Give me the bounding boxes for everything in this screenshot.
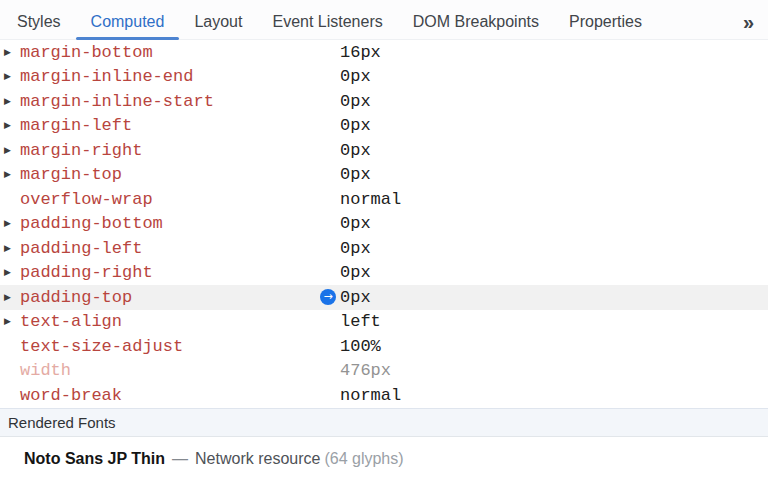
property-name: padding-left: [20, 239, 142, 258]
expand-arrow-icon[interactable]: ▶: [0, 170, 20, 179]
property-name: margin-inline-end: [20, 67, 193, 86]
rendered-font-item: Noto Sans JP Thin—Network resource(64 gl…: [0, 437, 768, 468]
property-value: 0px: [340, 288, 371, 307]
property-value: 0px: [340, 263, 371, 282]
property-value: 100%: [340, 337, 381, 356]
computed-property-row[interactable]: ▶margin-inline-end0px: [0, 65, 768, 90]
rendered-fonts-header-label: Rendered Fonts: [8, 414, 116, 431]
property-value: normal: [340, 190, 401, 209]
goto-source-icon[interactable]: →: [320, 289, 336, 305]
rendered-fonts-header: Rendered Fonts: [0, 408, 768, 437]
tab-properties[interactable]: Properties: [554, 4, 657, 39]
expand-arrow-icon[interactable]: ▶: [0, 146, 20, 155]
property-name: margin-left: [20, 116, 132, 135]
property-value: 0px: [340, 116, 371, 135]
property-name: width: [20, 361, 71, 380]
property-value: 0px: [340, 141, 371, 160]
property-value: left: [340, 312, 381, 331]
computed-property-row[interactable]: ▶margin-right0px: [0, 138, 768, 163]
computed-property-row[interactable]: width476px: [0, 359, 768, 384]
property-value: 16px: [340, 43, 381, 62]
property-name: overflow-wrap: [20, 190, 153, 209]
property-name: word-break: [20, 386, 122, 405]
property-name: padding-top: [20, 288, 132, 307]
more-tabs-icon[interactable]: »: [743, 12, 760, 32]
separator-dash: —: [172, 450, 188, 467]
tab-list: StylesComputedLayoutEvent ListenersDOM B…: [2, 4, 657, 39]
tab-event-listeners[interactable]: Event Listeners: [257, 4, 397, 39]
property-name: margin-right: [20, 141, 142, 160]
property-name: text-align: [20, 312, 122, 331]
computed-property-row[interactable]: ▶padding-left0px: [0, 236, 768, 261]
property-name: padding-right: [20, 263, 153, 282]
property-name: margin-top: [20, 165, 122, 184]
expand-arrow-icon[interactable]: ▶: [0, 219, 20, 228]
property-value: 0px: [340, 165, 371, 184]
property-name: margin-inline-start: [20, 92, 214, 111]
property-name: text-size-adjust: [20, 337, 183, 356]
expand-arrow-icon[interactable]: ▶: [0, 268, 20, 277]
expand-arrow-icon[interactable]: ▶: [0, 48, 20, 57]
computed-property-row[interactable]: ▶padding-right0px: [0, 261, 768, 286]
expand-arrow-icon[interactable]: ▶: [0, 293, 20, 302]
font-name: Noto Sans JP Thin: [24, 450, 165, 467]
computed-property-row[interactable]: ▶padding-top→0px: [0, 285, 768, 310]
computed-properties-list: ▶margin-bottom16px▶margin-inline-end0px▶…: [0, 40, 768, 408]
expand-arrow-icon[interactable]: ▶: [0, 97, 20, 106]
property-name: padding-bottom: [20, 214, 163, 233]
computed-property-row[interactable]: word-breaknormal: [0, 383, 768, 408]
tab-styles[interactable]: Styles: [2, 4, 76, 39]
expand-arrow-icon[interactable]: ▶: [0, 244, 20, 253]
expand-arrow-icon[interactable]: ▶: [0, 121, 20, 130]
computed-property-row[interactable]: ▶margin-bottom16px: [0, 40, 768, 65]
font-glyph-count: (64 glyphs): [324, 450, 403, 467]
property-value: 476px: [340, 361, 391, 380]
property-value: 0px: [340, 239, 371, 258]
property-value: 0px: [340, 67, 371, 86]
property-value: 0px: [340, 92, 371, 111]
tab-computed[interactable]: Computed: [76, 4, 180, 39]
computed-property-row[interactable]: ▶margin-inline-start0px: [0, 89, 768, 114]
computed-property-row[interactable]: text-size-adjust100%: [0, 334, 768, 359]
computed-property-row[interactable]: ▶text-alignleft: [0, 310, 768, 335]
property-name: margin-bottom: [20, 43, 153, 62]
computed-property-row[interactable]: ▶margin-left0px: [0, 114, 768, 139]
expand-arrow-icon[interactable]: ▶: [0, 317, 20, 326]
computed-property-row[interactable]: ▶margin-top0px: [0, 163, 768, 188]
tab-dom-breakpoints[interactable]: DOM Breakpoints: [398, 4, 554, 39]
computed-property-row[interactable]: overflow-wrapnormal: [0, 187, 768, 212]
font-source-label: Network resource: [195, 450, 320, 467]
expand-arrow-icon[interactable]: ▶: [0, 72, 20, 81]
property-value: 0px: [340, 214, 371, 233]
devtools-sidebar-tab-bar: StylesComputedLayoutEvent ListenersDOM B…: [0, 0, 768, 40]
tab-layout[interactable]: Layout: [179, 4, 257, 39]
computed-property-row[interactable]: ▶padding-bottom0px: [0, 212, 768, 237]
property-value: normal: [340, 386, 401, 405]
